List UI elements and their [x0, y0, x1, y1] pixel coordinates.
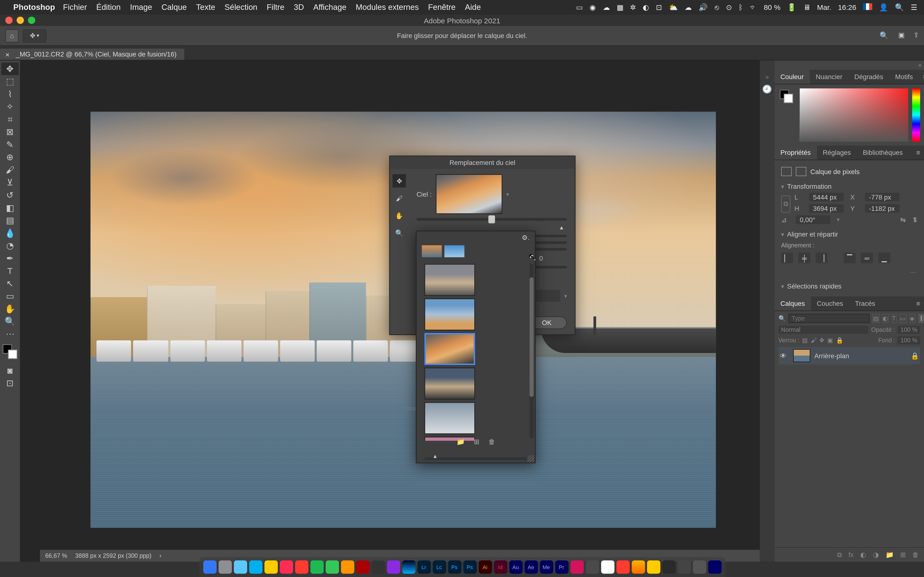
wifi-icon[interactable]: ᯤ [750, 3, 757, 11]
dock-app[interactable] [341, 561, 354, 574]
status-icon[interactable]: ◐ [643, 3, 649, 11]
status-icon[interactable]: ☁ [685, 3, 692, 11]
move-tool[interactable]: ✥ [2, 63, 19, 75]
menu-fenetre[interactable]: Fenêtre [428, 3, 456, 12]
stamp-tool[interactable]: ⊻ [2, 176, 19, 189]
menu-edition[interactable]: Édition [96, 3, 121, 12]
tab-nuancier[interactable]: Nuancier [810, 70, 848, 84]
control-center-icon[interactable]: ☰ [911, 3, 918, 11]
folder-icon[interactable]: 📁 [457, 438, 464, 445]
eraser-tool[interactable]: ◧ [2, 201, 19, 214]
document-tab[interactable]: × _MG_0012.CR2 @ 66,7% (Ciel, Masque de … [0, 48, 184, 60]
dock-app[interactable] [279, 561, 292, 574]
preset-scrollbar[interactable] [530, 264, 534, 438]
screen-mode-toggle[interactable]: ⊡ [2, 377, 19, 390]
menu-image[interactable]: Image [130, 3, 152, 12]
filter-shape-icon[interactable]: ▭ [899, 314, 906, 323]
spotlight-icon[interactable]: 🔍 [895, 3, 904, 11]
pen-tool[interactable]: ✒ [2, 252, 19, 265]
sky-preset-item-selected[interactable] [425, 333, 475, 365]
flip-h-icon[interactable]: ⇋ [900, 216, 905, 223]
align-left-icon[interactable]: ▏ [781, 253, 793, 263]
delete-layer-icon[interactable]: 🗑 [912, 551, 919, 558]
status-icon[interactable]: ⊙ [726, 3, 732, 11]
tab-proprietes[interactable]: Propriétés [774, 146, 817, 160]
tab-couleur[interactable]: Couleur [774, 70, 810, 84]
blur-tool[interactable]: 💧 [2, 227, 19, 239]
dock-app[interactable] [371, 561, 384, 574]
layer-thumbnail[interactable] [793, 349, 811, 362]
status-icon[interactable]: ⊡ [656, 3, 662, 11]
history-panel-icon[interactable]: 🕘 [762, 84, 772, 94]
tab-reglages[interactable]: Réglages [817, 146, 857, 160]
dock-app[interactable] [570, 561, 583, 574]
new-layer-icon[interactable]: ⊞ [900, 551, 905, 558]
align-center-v-icon[interactable]: ═ [861, 253, 873, 263]
sky-preset-dropdown[interactable] [436, 174, 502, 214]
display-icon[interactable]: 🖥 [803, 3, 811, 11]
dock-mediaencoder[interactable]: Me [540, 561, 553, 574]
color-swatch[interactable] [780, 90, 793, 103]
add-preset-icon[interactable]: ⊞ [474, 438, 479, 445]
opacity-field[interactable]: 100 % [898, 326, 920, 334]
input-source-flag-icon[interactable] [863, 3, 872, 10]
dock-app[interactable] [601, 561, 614, 574]
tab-couches[interactable]: Couches [811, 297, 849, 310]
hand-tool[interactable]: ✋ [2, 303, 19, 315]
dock-finder[interactable] [203, 561, 216, 574]
status-icon[interactable]: ▭ [576, 3, 583, 11]
panel-menu-icon[interactable]: ≡ [912, 146, 924, 160]
tab-degrades[interactable]: Dégradés [848, 70, 889, 84]
align-center-h-icon[interactable]: ╪ [798, 253, 811, 263]
layer-row[interactable]: 👁 Arrière-plan 🔒 [779, 347, 920, 364]
menu-calque[interactable]: Calque [162, 3, 187, 12]
lock-pixels-icon[interactable]: 🖌 [811, 337, 817, 344]
dock-app[interactable] [325, 561, 339, 574]
volume-icon[interactable]: 🔊 [698, 3, 708, 11]
history-brush-tool[interactable]: ↺ [2, 189, 19, 201]
preset-group-thumb[interactable] [444, 245, 464, 257]
section-quick-actions[interactable]: Sélections rapides [781, 279, 918, 293]
shape-tool[interactable]: ▭ [2, 290, 19, 303]
tab-calques[interactable]: Calques [774, 297, 811, 310]
dock-app[interactable] [356, 561, 369, 574]
dock-app[interactable] [647, 561, 660, 574]
dock-lightroom[interactable]: Lr [417, 561, 430, 574]
window-close-button[interactable] [5, 16, 13, 24]
section-transformation[interactable]: Transformation [781, 179, 918, 193]
clock-time[interactable]: 16:26 [838, 3, 856, 11]
tab-bibliotheques[interactable]: Bibliothèques [857, 146, 909, 160]
visibility-toggle-icon[interactable]: 👁 [780, 352, 789, 359]
type-tool[interactable]: T [2, 264, 19, 277]
align-right-icon[interactable]: ▕ [816, 253, 828, 263]
sky-move-tool[interactable]: ✥ [393, 174, 406, 187]
layer-name[interactable]: Arrière-plan [814, 352, 849, 359]
dock-ps-beta[interactable]: Ps [463, 561, 476, 574]
collapse-arrows-icon[interactable]: » [766, 74, 769, 81]
slider-shift-edge[interactable] [417, 218, 567, 221]
thumbnail-size-slider[interactable] [425, 457, 527, 460]
filter-toggle[interactable]: ⏽ [918, 314, 924, 323]
dock-app[interactable] [677, 561, 691, 574]
preset-list[interactable] [417, 261, 535, 441]
dropdown-chevron-icon[interactable]: ▾ [506, 191, 509, 197]
window-maximize-button[interactable] [28, 16, 35, 24]
dock-indesign[interactable]: Id [494, 561, 507, 574]
bluetooth-icon[interactable]: ᛒ [738, 3, 743, 11]
dock-lrc[interactable]: Lc [432, 561, 446, 574]
canvas-area[interactable]: Remplacement du ciel ✥ 🖌 ✋ 🔍 Ciel : ▾ ▲ [20, 61, 760, 562]
panel-menu-icon[interactable]: ≡ [919, 70, 924, 84]
close-tab-icon[interactable]: × [5, 50, 10, 58]
app-name[interactable]: Photoshop [13, 3, 55, 12]
status-zoom[interactable]: 66,67 % [45, 553, 67, 559]
dock-app[interactable] [632, 561, 645, 574]
menu-filtre[interactable]: Filtre [267, 3, 284, 12]
filter-adjust-icon[interactable]: ◐ [882, 314, 889, 323]
status-icon[interactable]: ☁ [603, 3, 610, 11]
status-icon[interactable]: ✲ [630, 3, 636, 11]
sky-brush-tool[interactable]: 🖌 [393, 191, 406, 205]
blend-mode-dropdown[interactable]: Normal [779, 326, 868, 334]
sky-preset-item[interactable] [425, 298, 475, 330]
brush-tool[interactable]: 🖌 [2, 163, 19, 176]
chevron-down-icon[interactable]: ▾ [564, 293, 567, 299]
